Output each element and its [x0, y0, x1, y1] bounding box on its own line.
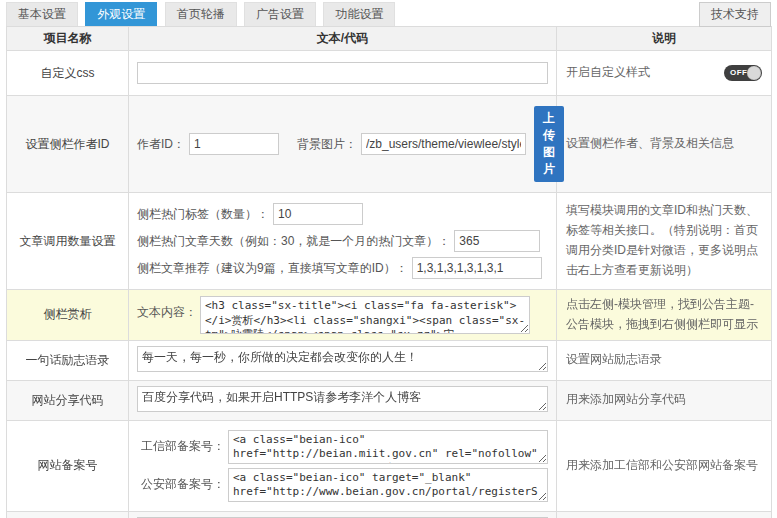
shangxi-label: 侧栏赏析 [7, 290, 129, 341]
col-header-item-name: 项目名称 [7, 27, 129, 51]
sidebar-author-label: 设置侧栏作者ID [7, 96, 129, 193]
motto-textarea[interactable]: 每一天，每一秒，你所做的决定都会改变你的人生！ [137, 346, 548, 372]
shangxi-desc: 点击左侧-模块管理，找到公告主题-公告模块，拖拽到右侧侧栏即可显示 [557, 290, 772, 341]
share-code-textarea[interactable]: 百度分享代码，如果开启HTTPS请参考李洋个人博客 [137, 386, 548, 412]
miit-beian-label: 工信部备案号： [137, 430, 225, 455]
bg-image-input[interactable] [361, 133, 526, 155]
tab-feature-settings[interactable]: 功能设置 [323, 2, 395, 26]
stats-code-label: 网站统计代码 [7, 511, 129, 518]
hot-tags-input[interactable] [273, 203, 363, 225]
settings-table: 项目名称 文本/代码 说明 自定义css 开启自定义样式 OFF 设置侧 [6, 26, 772, 518]
author-id-label: 作者ID： [137, 136, 185, 153]
beian-desc: 用来添加工信部和公安部网站备案号 [557, 420, 772, 511]
text-content-label: 文本内容： [137, 296, 197, 321]
col-header-text-code: 文本/代码 [129, 27, 557, 51]
recommend-ids-input[interactable] [412, 257, 542, 279]
row-sidebar-shangxi: 侧栏赏析 文本内容： <h3 class="sx-title"><i class… [7, 290, 772, 341]
row-beian: 网站备案号 工信部备案号： <a class="beian-ico" href=… [7, 420, 772, 511]
motto-label: 一句话励志语录 [7, 340, 129, 380]
tab-ad-settings[interactable]: 广告设置 [244, 2, 316, 26]
row-stats-code: 网站统计代码 网站统计代码 用来添加网站的统计代码 [7, 511, 772, 518]
stats-code-desc: 用来添加网站的统计代码 [557, 511, 772, 518]
recommend-ids-label: 侧栏文章推荐（建议为9篇，直接填写文章的ID）： [137, 260, 408, 277]
hot-tags-label: 侧栏热门标签（数量）： [137, 206, 269, 223]
hot-days-input[interactable] [454, 230, 540, 252]
bg-image-label: 背景图片： [297, 136, 357, 153]
share-code-desc: 用来添加网站分享代码 [557, 380, 772, 420]
police-beian-label: 公安部备案号： [137, 468, 225, 493]
shangxi-code-textarea[interactable]: <h3 class="sx-title"><i class="fa fa-ast… [200, 296, 530, 334]
row-share-code: 网站分享代码 百度分享代码，如果开启HTTPS请参考李洋个人博客 用来添加网站分… [7, 380, 772, 420]
tab-home-carousel[interactable]: 首页轮播 [165, 2, 237, 26]
police-beian-textarea[interactable]: <a class="beian-ico" target="_blank" hre… [228, 468, 548, 502]
row-sidebar-author: 设置侧栏作者ID 作者ID： 背景图片： 上传图片 设置侧栏作者、背景及相关信息 [7, 96, 772, 193]
author-id-input[interactable] [189, 133, 279, 155]
hot-days-label: 侧栏热门文章天数（例如：30，就是一个月的热门文章）： [137, 233, 450, 250]
tech-support-button[interactable]: 技术支持 [699, 2, 771, 27]
row-custom-css: 自定义css 开启自定义样式 OFF [7, 51, 772, 96]
custom-css-desc: 开启自定义样式 [566, 63, 650, 83]
motto-desc: 设置网站励志语录 [557, 340, 772, 380]
table-header-row: 项目名称 文本/代码 说明 [7, 27, 772, 51]
row-article-count: 文章调用数量设置 侧栏热门标签（数量）： 侧栏热门文章天数（例如：30，就是一个… [7, 193, 772, 290]
toggle-knob-icon [747, 66, 761, 80]
share-code-label: 网站分享代码 [7, 380, 129, 420]
row-motto: 一句话励志语录 每一天，每一秒，你所做的决定都会改变你的人生！ 设置网站励志语录 [7, 340, 772, 380]
beian-label: 网站备案号 [7, 420, 129, 511]
settings-tab-bar: 基本设置 外观设置 首页轮播 广告设置 功能设置 技术支持 [0, 0, 777, 24]
upload-image-button[interactable]: 上传图片 [534, 106, 564, 182]
custom-css-label: 自定义css [7, 51, 129, 96]
miit-beian-textarea[interactable]: <a class="beian-ico" href="http://beian.… [228, 430, 548, 464]
sidebar-author-desc: 设置侧栏作者、背景及相关信息 [557, 96, 772, 193]
article-count-label: 文章调用数量设置 [7, 193, 129, 290]
article-count-desc: 填写模块调用的文章ID和热门天数、标签等相关接口。（特别说明：首页调用分类ID是… [557, 193, 772, 290]
custom-css-toggle[interactable]: OFF [724, 65, 762, 81]
tab-appearance-settings[interactable]: 外观设置 [85, 2, 157, 26]
custom-css-input[interactable] [137, 62, 548, 84]
toggle-off-label: OFF [730, 66, 748, 79]
col-header-description: 说明 [557, 27, 772, 51]
tab-basic-settings[interactable]: 基本设置 [6, 2, 78, 26]
